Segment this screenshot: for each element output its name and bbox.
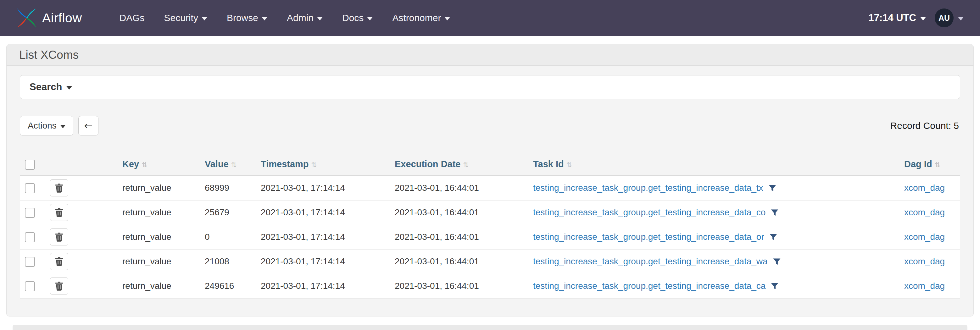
row-checkbox[interactable] <box>25 183 35 193</box>
user-menu[interactable]: AU <box>935 8 964 27</box>
xcom-key: return_value <box>117 200 200 225</box>
main-menu: DAGs Security Browse Admin Docs Astronom… <box>110 13 460 23</box>
xcom-table: Key⇅ Value⇅ Timestamp⇅ Execution Date⇅ <box>20 153 960 298</box>
nav-item-docs[interactable]: Docs <box>332 13 382 23</box>
xcom-value: 21008 <box>200 249 256 274</box>
xcom-task-cell: testing_increase_task_group.get_testing_… <box>528 176 899 200</box>
task-id-link[interactable]: testing_increase_task_group.get_testing_… <box>533 281 765 291</box>
chevron-down-icon <box>317 17 323 21</box>
xcom-execution-date: 2021-03-01, 16:44:01 <box>390 176 528 200</box>
xcom-execution-date: 2021-03-01, 16:44:01 <box>390 225 528 249</box>
row-checkbox[interactable] <box>25 232 35 242</box>
trash-icon <box>55 281 63 291</box>
filter-button[interactable] <box>768 184 776 192</box>
nav-item-astronomer[interactable]: Astronomer <box>382 13 460 23</box>
search-toggle[interactable]: Search <box>20 75 960 99</box>
xcom-dag-cell: xcom_dag <box>899 176 960 200</box>
column-header-execution-date[interactable]: Execution Date⇅ <box>390 153 528 176</box>
xcom-key: return_value <box>117 274 200 298</box>
actions-row: Actions ← Record Count: 5 <box>20 116 960 135</box>
filter-icon <box>770 282 779 290</box>
row-checkbox[interactable] <box>25 208 35 218</box>
filter-button[interactable] <box>773 257 781 266</box>
xcom-dag-cell: xcom_dag <box>899 200 960 225</box>
task-id-link[interactable]: testing_increase_task_group.get_testing_… <box>533 257 768 267</box>
row-checkbox[interactable] <box>25 257 35 267</box>
xcom-execution-date: 2021-03-01, 16:44:01 <box>390 249 528 274</box>
select-all-checkbox[interactable] <box>25 160 35 170</box>
sort-icon: ⇅ <box>231 161 237 169</box>
panel-body: Search Actions ← Record Count: 5 <box>6 66 974 316</box>
xcom-dag-cell: xcom_dag <box>899 274 960 298</box>
xcom-task-cell: testing_increase_task_group.get_testing_… <box>528 274 899 298</box>
chevron-down-icon <box>367 17 373 21</box>
dag-id-link[interactable]: xcom_dag <box>904 281 945 291</box>
row-select-cell <box>20 249 45 274</box>
task-id-link[interactable]: testing_increase_task_group.get_testing_… <box>533 183 763 193</box>
row-actions-cell <box>45 200 117 225</box>
nav-item-admin[interactable]: Admin <box>277 13 332 23</box>
column-label: Timestamp <box>261 159 309 169</box>
filter-icon <box>768 184 776 192</box>
nav-item-label: DAGs <box>119 13 145 23</box>
delete-record-button[interactable] <box>50 278 68 295</box>
table-row: return_value 25679 2021-03-01, 17:14:14 … <box>20 200 960 225</box>
sort-icon: ⇅ <box>311 161 317 169</box>
filter-button[interactable] <box>770 208 779 217</box>
task-id-link[interactable]: testing_increase_task_group.get_testing_… <box>533 208 765 217</box>
xcom-timestamp: 2021-03-01, 17:14:14 <box>256 176 390 200</box>
search-label: Search <box>30 81 62 93</box>
column-header-value[interactable]: Value⇅ <box>200 153 256 176</box>
trash-icon <box>55 232 63 242</box>
xcom-value: 249616 <box>200 274 256 298</box>
delete-record-button[interactable] <box>50 253 68 270</box>
timezone-selector[interactable]: 17:14 UTC <box>869 12 926 24</box>
dag-id-link[interactable]: xcom_dag <box>904 232 945 242</box>
row-select-cell <box>20 225 45 249</box>
dag-id-link[interactable]: xcom_dag <box>904 257 945 266</box>
filter-button[interactable] <box>769 233 778 241</box>
nav-item-label: Admin <box>287 13 313 23</box>
delete-record-button[interactable] <box>50 204 68 221</box>
dag-id-link[interactable]: xcom_dag <box>904 183 945 193</box>
column-header-dag-id[interactable]: Dag Id⇅ <box>899 153 960 176</box>
navbar-right: 17:14 UTC AU <box>869 8 964 27</box>
table-header-row: Key⇅ Value⇅ Timestamp⇅ Execution Date⇅ <box>20 153 960 176</box>
actions-button[interactable]: Actions <box>20 116 73 135</box>
nav-item-dags[interactable]: DAGs <box>110 13 154 23</box>
xcom-dag-cell: xcom_dag <box>899 225 960 249</box>
select-all-cell <box>20 153 45 176</box>
xcom-table-body: return_value 68999 2021-03-01, 17:14:14 … <box>20 176 960 298</box>
delete-record-button[interactable] <box>50 228 68 246</box>
delete-record-button[interactable] <box>50 179 68 197</box>
column-label: Execution Date <box>395 159 461 169</box>
chevron-down-icon <box>262 17 267 21</box>
actions-button-label: Actions <box>28 121 57 131</box>
back-button[interactable]: ← <box>78 116 99 135</box>
task-id-link[interactable]: testing_increase_task_group.get_testing_… <box>533 232 764 242</box>
chevron-down-icon <box>920 17 926 21</box>
column-header-task-id[interactable]: Task Id⇅ <box>528 153 899 176</box>
trash-icon <box>55 208 63 217</box>
dag-id-link[interactable]: xcom_dag <box>904 208 945 217</box>
brand-name: Airflow <box>42 11 82 25</box>
xcom-execution-date: 2021-03-01, 16:44:01 <box>390 274 528 298</box>
page-title: List XComs <box>6 44 974 66</box>
row-actions-column-header <box>45 153 117 176</box>
row-checkbox[interactable] <box>25 281 35 291</box>
xcom-key: return_value <box>117 176 200 200</box>
airflow-home-link[interactable]: Airflow <box>16 8 82 28</box>
back-icon: ← <box>84 120 92 132</box>
sort-icon: ⇅ <box>142 161 147 169</box>
filter-button[interactable] <box>770 282 779 290</box>
column-label: Dag Id <box>904 159 932 169</box>
nav-item-browse[interactable]: Browse <box>217 13 277 23</box>
nav-item-security[interactable]: Security <box>154 13 217 23</box>
chevron-down-icon <box>66 86 72 90</box>
column-label: Key <box>123 159 139 169</box>
column-header-timestamp[interactable]: Timestamp⇅ <box>256 153 390 176</box>
record-count: Record Count: 5 <box>890 121 960 131</box>
table-row: return_value 0 2021-03-01, 17:14:14 2021… <box>20 225 960 249</box>
row-select-cell <box>20 200 45 225</box>
column-header-key[interactable]: Key⇅ <box>117 153 200 176</box>
